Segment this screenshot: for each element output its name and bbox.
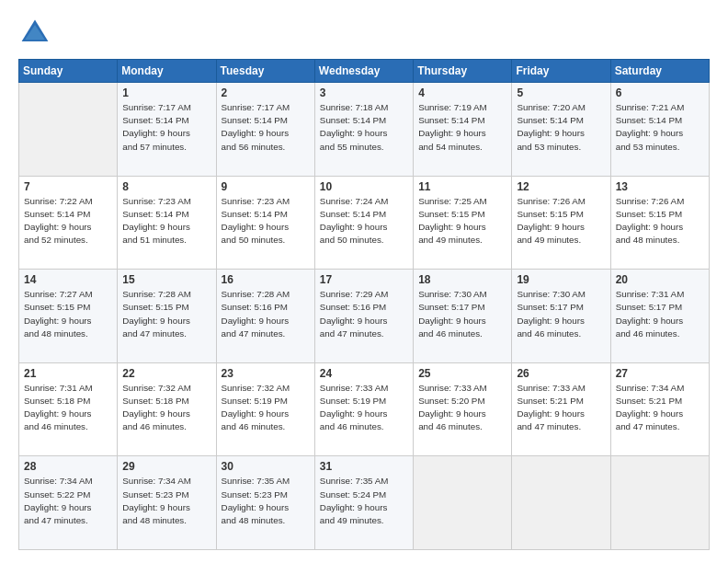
day-cell: 20Sunrise: 7:31 AM Sunset: 5:17 PM Dayli…: [610, 270, 709, 363]
day-cell: [512, 456, 610, 550]
day-info: Sunrise: 7:18 AM Sunset: 5:14 PM Dayligh…: [320, 101, 408, 154]
day-cell: 28Sunrise: 7:34 AM Sunset: 5:22 PM Dayli…: [19, 456, 118, 550]
day-number: 2: [222, 86, 310, 99]
calendar-header: SundayMondayTuesdayWednesdayThursdayFrid…: [19, 60, 710, 83]
day-number: 12: [517, 180, 605, 193]
day-cell: 27Sunrise: 7:34 AM Sunset: 5:21 PM Dayli…: [610, 362, 709, 456]
header-friday: Friday: [512, 60, 610, 83]
day-number: 21: [24, 367, 112, 380]
week-row-4: 21Sunrise: 7:31 AM Sunset: 5:18 PM Dayli…: [19, 362, 710, 456]
day-info: Sunrise: 7:25 AM Sunset: 5:15 PM Dayligh…: [418, 195, 506, 247]
header-tuesday: Tuesday: [216, 60, 314, 83]
day-number: 28: [24, 460, 112, 473]
day-info: Sunrise: 7:19 AM Sunset: 5:14 PM Dayligh…: [418, 101, 506, 154]
day-cell: 21Sunrise: 7:31 AM Sunset: 5:18 PM Dayli…: [19, 362, 118, 456]
header-saturday: Saturday: [610, 60, 709, 83]
day-info: Sunrise: 7:27 AM Sunset: 5:15 PM Dayligh…: [24, 288, 112, 340]
day-cell: 29Sunrise: 7:34 AM Sunset: 5:23 PM Dayli…: [118, 456, 216, 550]
day-cell: 17Sunrise: 7:29 AM Sunset: 5:16 PM Dayli…: [314, 270, 413, 363]
day-cell: [19, 83, 118, 177]
logo: [18, 17, 57, 50]
day-info: Sunrise: 7:33 AM Sunset: 5:20 PM Dayligh…: [418, 382, 506, 434]
day-number: 22: [122, 367, 210, 380]
day-info: Sunrise: 7:28 AM Sunset: 5:15 PM Dayligh…: [122, 288, 210, 340]
day-info: Sunrise: 7:31 AM Sunset: 5:17 PM Dayligh…: [616, 288, 704, 340]
header-thursday: Thursday: [414, 60, 512, 83]
day-number: 17: [320, 273, 408, 286]
day-number: 4: [418, 86, 506, 99]
week-row-3: 14Sunrise: 7:27 AM Sunset: 5:15 PM Dayli…: [19, 270, 710, 363]
day-cell: 14Sunrise: 7:27 AM Sunset: 5:15 PM Dayli…: [19, 270, 118, 363]
day-info: Sunrise: 7:30 AM Sunset: 5:17 PM Dayligh…: [418, 288, 506, 340]
day-cell: 3Sunrise: 7:18 AM Sunset: 5:14 PM Daylig…: [314, 83, 413, 177]
day-cell: 16Sunrise: 7:28 AM Sunset: 5:16 PM Dayli…: [216, 270, 314, 363]
day-cell: 25Sunrise: 7:33 AM Sunset: 5:20 PM Dayli…: [414, 362, 512, 456]
day-info: Sunrise: 7:33 AM Sunset: 5:21 PM Dayligh…: [517, 382, 605, 434]
day-info: Sunrise: 7:32 AM Sunset: 5:19 PM Dayligh…: [222, 382, 310, 434]
day-cell: 7Sunrise: 7:22 AM Sunset: 5:14 PM Daylig…: [19, 176, 118, 270]
day-number: 18: [418, 273, 506, 286]
day-info: Sunrise: 7:17 AM Sunset: 5:14 PM Dayligh…: [222, 101, 310, 154]
day-info: Sunrise: 7:31 AM Sunset: 5:18 PM Dayligh…: [24, 382, 112, 434]
day-cell: [414, 456, 512, 550]
day-cell: 2Sunrise: 7:17 AM Sunset: 5:14 PM Daylig…: [216, 83, 314, 177]
day-number: 27: [616, 367, 704, 380]
day-info: Sunrise: 7:24 AM Sunset: 5:14 PM Dayligh…: [320, 195, 408, 247]
day-number: 6: [616, 86, 704, 99]
day-number: 31: [320, 460, 408, 473]
day-info: Sunrise: 7:22 AM Sunset: 5:14 PM Dayligh…: [24, 195, 112, 247]
day-number: 15: [122, 273, 210, 286]
page: SundayMondayTuesdayWednesdayThursdayFrid…: [0, 0, 728, 563]
day-cell: 12Sunrise: 7:26 AM Sunset: 5:15 PM Dayli…: [512, 176, 610, 270]
day-cell: 24Sunrise: 7:33 AM Sunset: 5:19 PM Dayli…: [314, 362, 413, 456]
day-cell: 26Sunrise: 7:33 AM Sunset: 5:21 PM Dayli…: [512, 362, 610, 456]
day-cell: 6Sunrise: 7:21 AM Sunset: 5:14 PM Daylig…: [610, 83, 709, 177]
day-info: Sunrise: 7:34 AM Sunset: 5:23 PM Dayligh…: [122, 475, 210, 527]
day-info: Sunrise: 7:30 AM Sunset: 5:17 PM Dayligh…: [517, 288, 605, 340]
day-number: 5: [517, 86, 605, 99]
day-cell: 11Sunrise: 7:25 AM Sunset: 5:15 PM Dayli…: [414, 176, 512, 270]
day-cell: [610, 456, 709, 550]
calendar-table: SundayMondayTuesdayWednesdayThursdayFrid…: [18, 59, 710, 550]
day-number: 3: [320, 86, 408, 99]
day-info: Sunrise: 7:23 AM Sunset: 5:14 PM Dayligh…: [122, 195, 210, 247]
day-number: 30: [222, 460, 310, 473]
day-info: Sunrise: 7:17 AM Sunset: 5:14 PM Dayligh…: [122, 101, 210, 154]
day-number: 10: [320, 180, 408, 193]
day-number: 26: [517, 367, 605, 380]
day-info: Sunrise: 7:29 AM Sunset: 5:16 PM Dayligh…: [320, 288, 408, 340]
day-cell: 22Sunrise: 7:32 AM Sunset: 5:18 PM Dayli…: [118, 362, 216, 456]
day-cell: 23Sunrise: 7:32 AM Sunset: 5:19 PM Dayli…: [216, 362, 314, 456]
day-info: Sunrise: 7:35 AM Sunset: 5:23 PM Dayligh…: [222, 475, 310, 527]
day-cell: 15Sunrise: 7:28 AM Sunset: 5:15 PM Dayli…: [118, 270, 216, 363]
day-cell: 4Sunrise: 7:19 AM Sunset: 5:14 PM Daylig…: [414, 83, 512, 177]
day-cell: 31Sunrise: 7:35 AM Sunset: 5:24 PM Dayli…: [314, 456, 413, 550]
day-number: 9: [222, 180, 310, 193]
day-info: Sunrise: 7:35 AM Sunset: 5:24 PM Dayligh…: [320, 475, 408, 527]
day-cell: 19Sunrise: 7:30 AM Sunset: 5:17 PM Dayli…: [512, 270, 610, 363]
day-cell: 30Sunrise: 7:35 AM Sunset: 5:23 PM Dayli…: [216, 456, 314, 550]
header: [18, 17, 710, 50]
day-info: Sunrise: 7:26 AM Sunset: 5:15 PM Dayligh…: [517, 195, 605, 247]
day-number: 19: [517, 273, 605, 286]
day-cell: 1Sunrise: 7:17 AM Sunset: 5:14 PM Daylig…: [118, 83, 216, 177]
day-cell: 10Sunrise: 7:24 AM Sunset: 5:14 PM Dayli…: [314, 176, 413, 270]
day-info: Sunrise: 7:26 AM Sunset: 5:15 PM Dayligh…: [616, 195, 704, 247]
header-sunday: Sunday: [19, 60, 118, 83]
day-number: 20: [616, 273, 704, 286]
day-info: Sunrise: 7:21 AM Sunset: 5:14 PM Dayligh…: [616, 101, 704, 154]
day-number: 25: [418, 367, 506, 380]
day-number: 13: [616, 180, 704, 193]
day-number: 8: [122, 180, 210, 193]
logo-icon: [18, 17, 51, 50]
day-cell: 13Sunrise: 7:26 AM Sunset: 5:15 PM Dayli…: [610, 176, 709, 270]
day-cell: 8Sunrise: 7:23 AM Sunset: 5:14 PM Daylig…: [118, 176, 216, 270]
day-number: 24: [320, 367, 408, 380]
week-row-5: 28Sunrise: 7:34 AM Sunset: 5:22 PM Dayli…: [19, 456, 710, 550]
day-info: Sunrise: 7:28 AM Sunset: 5:16 PM Dayligh…: [222, 288, 310, 340]
day-info: Sunrise: 7:34 AM Sunset: 5:21 PM Dayligh…: [616, 382, 704, 434]
day-number: 16: [222, 273, 310, 286]
day-number: 14: [24, 273, 112, 286]
day-info: Sunrise: 7:20 AM Sunset: 5:14 PM Dayligh…: [517, 101, 605, 154]
day-info: Sunrise: 7:23 AM Sunset: 5:14 PM Dayligh…: [222, 195, 310, 247]
